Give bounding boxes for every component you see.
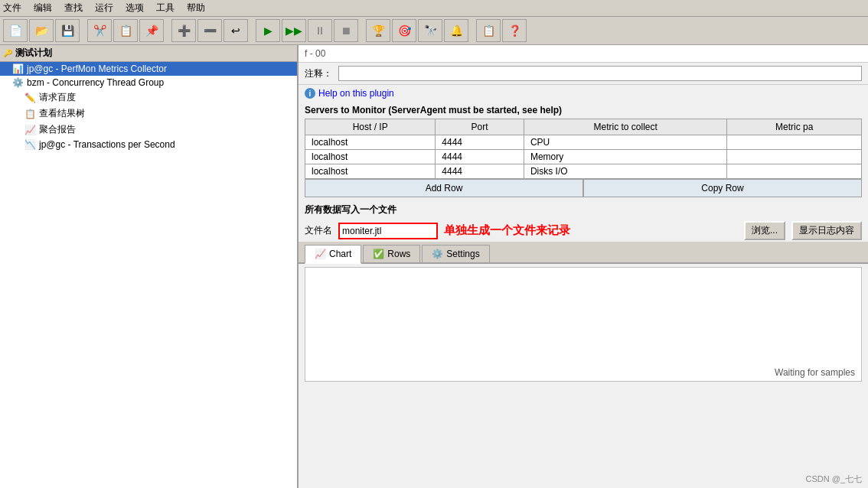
chart-tab-icon: 📈 [315,249,326,259]
chart-tab-label: Chart [329,249,351,259]
cell-param [727,135,862,150]
file-section-label: 所有数据写入一个文件 [305,203,396,216]
help-link[interactable]: i Help on this plugin [299,85,868,102]
concurrency-label: bzm - Concurrency Thread Group [27,77,164,88]
col-port: Port [436,119,524,135]
tree-item-report[interactable]: 📈 聚合报告 [0,122,297,138]
result-label: 查看结果树 [39,107,85,120]
tree-item-perfmon[interactable]: 📊 jp@gc - PerfMon Metrics Collector [0,62,297,76]
help-text: Help on this plugin [318,88,394,99]
servers-title: Servers to Monitor (ServerAgent must be … [305,105,862,115]
tb-question[interactable]: ❓ [502,19,527,42]
main-layout: 🔑 测试计划 📊 jp@gc - PerfMon Metrics Collect… [0,45,868,488]
request-label: 请求百度 [39,91,76,104]
scroll-label: f - 00 [299,45,868,63]
report-label: 聚合报告 [39,123,76,136]
cell-host: localhost [305,135,436,150]
tb-list[interactable]: 📋 [476,19,501,42]
menu-run[interactable]: 运行 [95,2,113,15]
rows-tab-icon: ✅ [373,249,384,259]
tb-pause[interactable]: ⏸ [308,19,332,42]
cell-host: localhost [305,150,436,164]
perfmon-label: jp@gc - PerfMon Metrics Collector [27,63,167,74]
tb-start[interactable]: ▶ [256,19,280,42]
col-metric: Metric to collect [524,119,727,135]
servers-section: Servers to Monitor (ServerAgent must be … [299,102,868,200]
tb-binoculars[interactable]: 🔭 [418,19,442,42]
cell-metric: Disks I/O [524,164,727,179]
key-icon: 🔑 [3,49,12,57]
note-section: 注释： [299,63,868,85]
monitor-table: Host / IP Port Metric to collect Metric … [305,119,862,179]
tab-settings[interactable]: ⚙️ Settings [422,245,489,262]
tb-trophy[interactable]: 🏆 [366,19,390,42]
tps-label: jp@gc - Transactions per Second [39,139,175,150]
settings-tab-label: Settings [446,249,479,259]
tb-remove[interactable]: ➖ [197,19,222,42]
menu-edit[interactable]: 编辑 [34,2,52,15]
copy-row-button[interactable]: Copy Row [583,179,862,197]
concurrency-icon: ⚙️ [12,77,24,88]
waiting-text: Waiting for samples [775,367,855,378]
cell-port: 4444 [436,164,524,179]
file-row: 文件名 单独生成一个文件来记录 浏览... 显示日志内容 [299,220,868,242]
tree-item-concurrency[interactable]: ⚙️ bzm - Concurrency Thread Group [0,76,297,89]
tb-bell[interactable]: 🔔 [444,19,468,42]
file-name-label: 文件名 [305,224,332,237]
file-section: 所有数据写入一个文件 [299,200,868,220]
tb-paste[interactable]: 📌 [139,19,164,42]
col-host: Host / IP [305,119,436,135]
log-button[interactable]: 显示日志内容 [791,221,862,240]
cell-param [727,164,862,179]
browse-button[interactable]: 浏览... [744,221,785,240]
menu-options[interactable]: 选项 [126,2,144,15]
rows-tab-label: Rows [387,249,410,259]
table-row[interactable]: localhost 4444 CPU [305,135,862,150]
tb-cut[interactable]: ✂️ [87,19,112,42]
tb-add[interactable]: ➕ [171,19,196,42]
left-panel: 🔑 测试计划 📊 jp@gc - PerfMon Metrics Collect… [0,45,299,488]
tab-bar: 📈 Chart ✅ Rows ⚙️ Settings [299,242,868,264]
cell-metric: Memory [524,150,727,164]
tb-back[interactable]: ↩ [224,19,248,42]
menu-file[interactable]: 文件 [3,2,21,15]
add-row-button[interactable]: Add Row [305,179,583,197]
tb-save[interactable]: 💾 [55,19,80,42]
chart-area: Waiting for samples [305,267,862,382]
tb-target[interactable]: 🎯 [392,19,416,42]
settings-tab-icon: ⚙️ [432,249,443,259]
cell-metric: CPU [524,135,727,150]
col-param: Metric pa [727,119,862,135]
tb-start-no-pause[interactable]: ▶▶ [282,19,306,42]
perfmon-icon: 📊 [12,63,24,74]
menu-tools[interactable]: 工具 [156,2,175,15]
tb-stop[interactable]: ⏹ [334,19,358,42]
cell-port: 4444 [436,135,524,150]
tree-item-request[interactable]: ✏️ 请求百度 [0,89,297,106]
menu-help[interactable]: 帮助 [187,2,205,15]
tb-new[interactable]: 📄 [3,19,28,42]
report-icon: 📈 [24,125,36,135]
watermark: CSDN @_七七 [805,473,862,485]
tab-chart[interactable]: 📈 Chart [305,245,361,264]
table-buttons: Add Row Copy Row [305,179,862,197]
tree-item-result[interactable]: 📋 查看结果树 [0,106,297,122]
tree-item-tps[interactable]: 📉 jp@gc - Transactions per Second [0,138,297,151]
right-panel: f - 00 注释： i Help on this plugin Servers… [299,45,868,488]
tb-copy[interactable]: 📋 [113,19,138,42]
info-icon: i [305,88,315,99]
note-input[interactable] [338,66,862,81]
tab-rows[interactable]: ✅ Rows [363,245,420,262]
toolbar: 📄 📂 💾 ✂️ 📋 📌 ➕ ➖ ↩ ▶ ▶▶ ⏸ ⏹ 🏆 🎯 🔭 🔔 📋 ❓ [0,17,868,45]
note-label: 注释： [305,67,332,80]
menu-find[interactable]: 查找 [64,2,83,15]
table-row[interactable]: localhost 4444 Disks I/O [305,164,862,179]
cell-param [727,150,862,164]
request-icon: ✏️ [24,93,36,103]
table-row[interactable]: localhost 4444 Memory [305,150,862,164]
tree-root-label: 测试计划 [15,47,52,60]
tree-header: 🔑 测试计划 [0,45,297,62]
file-name-input[interactable] [338,223,438,239]
tps-icon: 📉 [24,139,36,150]
tb-open[interactable]: 📂 [29,19,54,42]
